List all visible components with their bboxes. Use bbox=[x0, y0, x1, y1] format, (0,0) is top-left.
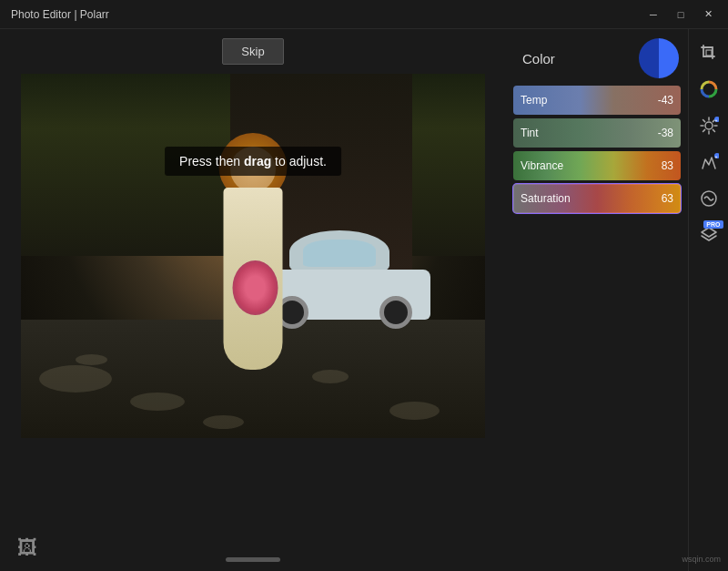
color-swatch-circle[interactable] bbox=[639, 38, 679, 78]
svg-text:+: + bbox=[714, 154, 717, 159]
ground-spot-5 bbox=[76, 354, 107, 365]
svg-rect-0 bbox=[706, 50, 712, 56]
detail-icon[interactable] bbox=[693, 182, 725, 215]
vibrance-label: Vibrance bbox=[521, 159, 563, 172]
color-panel-title: Color bbox=[515, 51, 639, 66]
color-panel: Color Temp -43 Tint -38 Vibrance 83 bbox=[506, 29, 688, 571]
scroll-indicator bbox=[226, 557, 280, 562]
minimize-button[interactable]: ─ bbox=[641, 2, 666, 27]
watermark: wsqin.com bbox=[682, 555, 721, 564]
svg-point-3 bbox=[705, 122, 713, 129]
temp-slider[interactable]: Temp -43 bbox=[513, 86, 681, 115]
main-layout: Skip bbox=[0, 29, 728, 571]
tooltip-text-before: Press then bbox=[179, 154, 244, 168]
maximize-button[interactable]: □ bbox=[668, 2, 693, 27]
skip-button[interactable]: Skip bbox=[222, 38, 283, 65]
crop-icon[interactable] bbox=[693, 36, 725, 69]
vibrance-slider[interactable]: Vibrance 83 bbox=[513, 151, 681, 180]
light-icon[interactable]: + bbox=[693, 109, 725, 142]
temp-label: Temp bbox=[521, 94, 547, 107]
svg-line-11 bbox=[703, 129, 704, 131]
car-wheel-right bbox=[379, 296, 412, 329]
tint-value: -38 bbox=[658, 127, 673, 139]
temp-value: -43 bbox=[658, 94, 673, 107]
tooltip-text-after: to adjust. bbox=[271, 154, 327, 168]
close-button[interactable]: ✕ bbox=[695, 2, 721, 27]
svg-point-2 bbox=[706, 87, 712, 92]
color-wheel-icon[interactable] bbox=[693, 73, 725, 106]
tooltip-bold: drag bbox=[244, 154, 271, 168]
app-title: Photo Editor | Polarr bbox=[7, 8, 109, 21]
saturation-slider[interactable]: Saturation 63 bbox=[513, 184, 681, 213]
ground-spot-2 bbox=[130, 393, 185, 411]
tint-label: Tint bbox=[521, 127, 539, 139]
saturation-value: 63 bbox=[662, 192, 673, 205]
car-window bbox=[303, 240, 376, 267]
ground-spot-3 bbox=[312, 370, 349, 383]
tint-slider[interactable]: Tint -38 bbox=[513, 118, 681, 148]
saturation-label: Saturation bbox=[521, 192, 571, 205]
window-controls: ─ □ ✕ bbox=[641, 2, 721, 27]
pro-badge: PRO bbox=[703, 220, 723, 229]
color-panel-header: Color bbox=[506, 38, 688, 78]
vibrance-value: 83 bbox=[662, 159, 673, 172]
ground-spot-1 bbox=[39, 365, 112, 393]
tone-icon[interactable]: + bbox=[693, 146, 725, 178]
canvas-area: Skip bbox=[0, 29, 506, 571]
person-figure bbox=[198, 147, 308, 420]
bottom-bar bbox=[0, 557, 506, 562]
bottom-left-area: 🖼 bbox=[0, 525, 55, 571]
right-toolbar: + + PRO bbox=[688, 29, 728, 571]
layers-icon[interactable]: PRO bbox=[693, 219, 725, 251]
person-body bbox=[224, 188, 283, 370]
svg-text:+: + bbox=[714, 117, 717, 123]
title-bar: Photo Editor | Polarr ─ □ ✕ bbox=[0, 0, 728, 29]
sliders-container: Temp -43 Tint -38 Vibrance 83 Saturation… bbox=[506, 86, 688, 213]
person-flowers bbox=[233, 260, 278, 315]
svg-line-8 bbox=[703, 120, 704, 122]
drag-tooltip: Press then drag to adjust. bbox=[165, 147, 341, 176]
image-thumbnail-icon[interactable]: 🖼 bbox=[17, 536, 37, 560]
photo-canvas[interactable]: Press then drag to adjust. bbox=[21, 74, 485, 438]
photo-background bbox=[21, 74, 485, 438]
ground-spot-4 bbox=[389, 402, 440, 420]
svg-line-9 bbox=[713, 129, 714, 131]
